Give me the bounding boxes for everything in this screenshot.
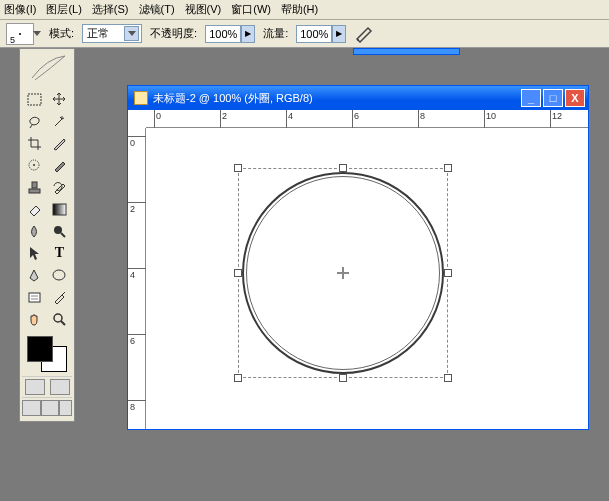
svg-point-7 xyxy=(54,226,62,234)
quick-mask-row xyxy=(22,376,72,397)
stamp-tool[interactable] xyxy=(22,176,47,198)
eyedropper-tool[interactable] xyxy=(47,286,72,308)
opacity-input[interactable]: 100% ▶ xyxy=(205,25,255,43)
mode-label: 模式: xyxy=(49,26,74,41)
handle-top-right[interactable] xyxy=(444,164,452,172)
canvas[interactable] xyxy=(146,128,588,429)
document-icon xyxy=(134,91,148,105)
flow-label: 流量: xyxy=(263,26,288,41)
horizontal-ruler: 024681012 xyxy=(146,110,588,128)
type-tool[interactable]: T xyxy=(47,242,72,264)
hand-tool[interactable] xyxy=(22,308,47,330)
center-point-icon[interactable] xyxy=(337,267,349,279)
handle-bot-left[interactable] xyxy=(234,374,242,382)
slice-tool[interactable] xyxy=(47,132,72,154)
flow-input[interactable]: 100% ▶ xyxy=(296,25,346,43)
chevron-down-icon xyxy=(33,31,41,36)
handle-top-left[interactable] xyxy=(234,164,242,172)
menu-bar: 图像(I) 图层(L) 选择(S) 滤镜(T) 视图(V) 窗口(W) 帮助(H… xyxy=(0,0,609,20)
collapsed-panel-tab[interactable] xyxy=(353,48,460,55)
notes-tool[interactable] xyxy=(22,286,47,308)
close-button[interactable]: X xyxy=(565,89,585,107)
chevron-right-icon: ▶ xyxy=(332,25,346,43)
shape-tool[interactable] xyxy=(47,264,72,286)
airbrush-icon[interactable] xyxy=(354,25,376,43)
handle-mid-left[interactable] xyxy=(234,269,242,277)
document-window: 未标题-2 @ 100% (外圈, RGB/8) _ □ X 024681012… xyxy=(127,85,589,430)
title-bar[interactable]: 未标题-2 @ 100% (外圈, RGB/8) _ □ X xyxy=(128,86,588,110)
pen-tool[interactable] xyxy=(22,264,47,286)
screen-mode-3[interactable] xyxy=(59,400,72,416)
svg-rect-6 xyxy=(53,204,66,215)
transform-box[interactable] xyxy=(238,168,448,378)
mode-value: 正常 xyxy=(87,26,109,41)
screen-mode-2[interactable] xyxy=(41,400,60,416)
svg-point-3 xyxy=(33,164,35,166)
foreground-swatch[interactable] xyxy=(27,336,53,362)
opacity-label: 不透明度: xyxy=(150,26,197,41)
chevron-right-icon: ▶ xyxy=(241,25,255,43)
brush-size-label: 5 xyxy=(10,35,15,45)
minimize-button[interactable]: _ xyxy=(521,89,541,107)
chevron-down-icon xyxy=(124,26,139,41)
maximize-button[interactable]: □ xyxy=(543,89,563,107)
handle-mid-right[interactable] xyxy=(444,269,452,277)
menu-layer[interactable]: 图层(L) xyxy=(46,2,81,17)
menu-select[interactable]: 选择(S) xyxy=(92,2,129,17)
menu-window[interactable]: 窗口(W) xyxy=(231,2,271,17)
svg-point-8 xyxy=(53,270,65,280)
svg-point-0 xyxy=(357,39,359,41)
svg-line-13 xyxy=(61,321,65,325)
toolbox: T xyxy=(19,48,75,422)
flow-value: 100% xyxy=(296,25,332,43)
screen-mode-1[interactable] xyxy=(22,400,41,416)
marquee-tool[interactable] xyxy=(22,88,47,110)
wand-tool[interactable] xyxy=(47,110,72,132)
svg-point-12 xyxy=(54,314,62,322)
options-bar: 5 模式: 正常 不透明度: 100% ▶ 流量: 100% ▶ xyxy=(0,20,609,48)
opacity-value: 100% xyxy=(205,25,241,43)
standard-mode-button[interactable] xyxy=(25,379,45,395)
menu-help[interactable]: 帮助(H) xyxy=(281,2,318,17)
window-title: 未标题-2 @ 100% (外圈, RGB/8) xyxy=(153,91,313,106)
zoom-tool[interactable] xyxy=(47,308,72,330)
blur-tool[interactable] xyxy=(22,220,47,242)
history-brush-tool[interactable] xyxy=(47,176,72,198)
color-swatches[interactable] xyxy=(25,334,69,374)
svg-rect-9 xyxy=(29,293,40,302)
heal-tool[interactable] xyxy=(22,154,47,176)
screen-mode-row xyxy=(22,397,72,418)
crop-tool[interactable] xyxy=(22,132,47,154)
handle-top-mid[interactable] xyxy=(339,164,347,172)
menu-view[interactable]: 视图(V) xyxy=(185,2,222,17)
lasso-tool[interactable] xyxy=(22,110,47,132)
mode-select[interactable]: 正常 xyxy=(82,24,142,43)
svg-rect-4 xyxy=(32,182,37,188)
eraser-tool[interactable] xyxy=(22,198,47,220)
move-tool[interactable] xyxy=(47,88,72,110)
menu-filter[interactable]: 滤镜(T) xyxy=(139,2,175,17)
handle-bot-right[interactable] xyxy=(444,374,452,382)
handle-bot-mid[interactable] xyxy=(339,374,347,382)
vertical-ruler: 02468 xyxy=(128,128,146,429)
svg-rect-5 xyxy=(29,189,40,193)
menu-image[interactable]: 图像(I) xyxy=(4,2,36,17)
brush-tool[interactable] xyxy=(47,154,72,176)
dodge-tool[interactable] xyxy=(47,220,72,242)
gradient-tool[interactable] xyxy=(47,198,72,220)
quickmask-button[interactable] xyxy=(50,379,70,395)
brush-preset-picker[interactable]: 5 xyxy=(6,23,41,45)
path-select-tool[interactable] xyxy=(22,242,47,264)
feather-icon xyxy=(27,54,67,82)
svg-rect-1 xyxy=(28,94,41,105)
